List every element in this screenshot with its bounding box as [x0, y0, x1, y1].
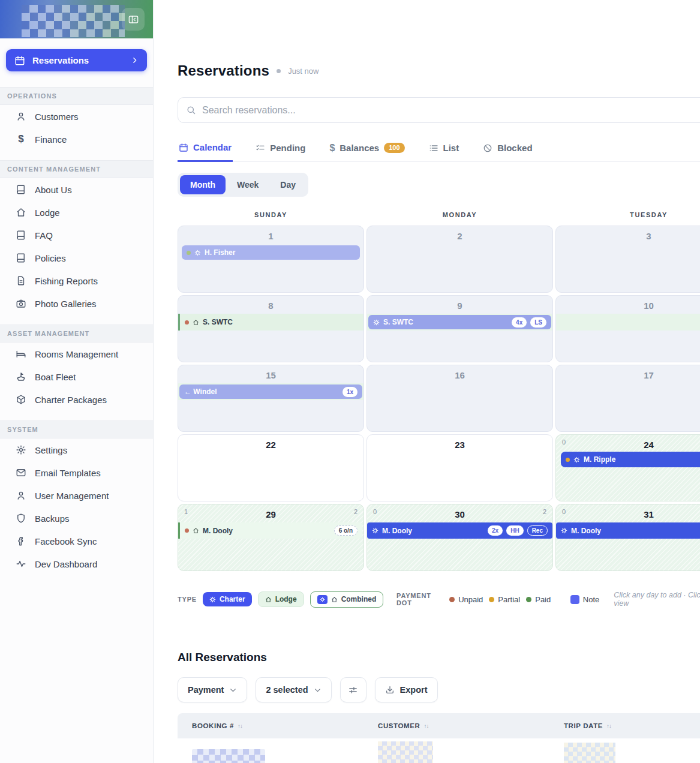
calendar-day-cell-2[interactable]: 2 [366, 226, 553, 293]
search-bar[interactable] [178, 97, 700, 123]
sidebar-item-finance[interactable]: $ Finance [0, 128, 153, 151]
legend-type-label: TYPE [178, 596, 197, 603]
calendar-day-cell-15[interactable]: 15 ← Windel 1x [178, 365, 364, 432]
sidebar-item-settings[interactable]: Settings [0, 438, 153, 461]
sidebar-item-photo-galleries[interactable]: Photo Galleries [0, 292, 153, 315]
view-month-button[interactable]: Month [180, 175, 226, 194]
calendar-day-cell-16[interactable]: 16 [366, 365, 553, 432]
tab-label: Calendar [193, 142, 232, 152]
event-label: M. Dooly [382, 527, 412, 535]
calendar-day-cell-17[interactable]: 17 [555, 365, 700, 432]
tab-list[interactable]: List [428, 139, 461, 161]
event-bar-m-dooly-lodge[interactable]: M. Dooly 6 o/n [178, 522, 362, 539]
event-bar-s-swtc-lodge[interactable]: S. SWTC [178, 314, 363, 331]
payment-dot-partial [566, 458, 570, 462]
legend-hint: Click any day to add · Click any bar to … [614, 591, 700, 608]
sidebar-item-reservations[interactable]: Reservations [6, 49, 147, 71]
calendar-day-cell-24[interactable]: 0 24 M. Ripple [555, 434, 700, 501]
sidebar-item-label: Customers [35, 112, 79, 122]
event-badge: 2x [488, 525, 503, 536]
sidebar-item-about-us[interactable]: About Us [0, 178, 153, 201]
corner-count: 2 [354, 508, 357, 515]
calendar-day-cell-23[interactable]: 23 [366, 434, 553, 501]
tab-calendar[interactable]: Calendar [178, 139, 233, 162]
dropdown-label: 2 selected [266, 685, 308, 695]
search-input[interactable] [202, 105, 700, 116]
sidebar-item-label: Facebook Sync [35, 536, 97, 546]
sidebar-section-operations: OPERATIONS [0, 87, 153, 105]
sidebar-item-lodge[interactable]: Lodge [0, 201, 153, 224]
payment-filter-dropdown[interactable]: Payment [178, 677, 247, 702]
event-bar-h-fisher[interactable]: H. Fisher [182, 245, 360, 260]
day-number: 3 [556, 226, 700, 241]
calendar-day-cell-9[interactable]: 9 S. SWTC 4x LS [366, 295, 553, 362]
legend-lodge-pill[interactable]: Lodge [258, 591, 304, 607]
calendar-day-cell-22[interactable]: 22 [178, 434, 364, 501]
sidebar-item-faq[interactable]: FAQ [0, 224, 153, 247]
calendar-day-cell-31[interactable]: 0 31 M. Dooly [555, 504, 700, 571]
sidebar-item-backups[interactable]: Backups [0, 507, 153, 530]
corner-count: 0 [562, 508, 566, 515]
event-bar-m-dooly-charter-2[interactable]: M. Dooly [556, 522, 700, 539]
sidebar-item-boat-fleet[interactable]: Boat Fleet [0, 365, 153, 388]
event-bar-windel[interactable]: ← Windel 1x [179, 384, 362, 399]
sidebar-item-user-management[interactable]: User Management [0, 484, 153, 507]
tab-balances[interactable]: $ Balances 100 [328, 139, 405, 161]
sidebar-item-customers[interactable]: Customers [0, 105, 153, 128]
table-header-row: BOOKING # ↑↓ CUSTOMER ↑↓ TRIP DATE ↑↓ [178, 713, 700, 738]
advanced-filters-button[interactable] [340, 677, 366, 702]
legend-combined-pill[interactable]: Combined [310, 591, 384, 608]
sidebar-item-email-templates[interactable]: Email Templates [0, 461, 153, 484]
tab-pending[interactable]: Pending [254, 139, 307, 161]
sort-icon[interactable]: ↑↓ [423, 723, 428, 729]
view-week-button[interactable]: Week [227, 175, 269, 194]
column-header-booking[interactable]: BOOKING # ↑↓ [178, 722, 378, 729]
helm-icon [320, 597, 325, 602]
legend-note: Note [570, 595, 599, 604]
calendar-day-cell-29[interactable]: 1 2 29 M. Dooly 6 o/n [178, 504, 364, 571]
sidebar-item-facebook-sync[interactable]: Facebook Sync [0, 530, 153, 552]
tab-label: Pending [270, 143, 305, 153]
sort-icon[interactable]: ↑↓ [606, 723, 611, 729]
columns-selected-dropdown[interactable]: 2 selected [256, 677, 331, 702]
sidebar-item-label: Email Templates [35, 468, 101, 478]
calendar-day-cell-30[interactable]: 0 2 30 M. Dooly 2x HH Rec [366, 504, 553, 571]
sidebar-item-fishing-reports[interactable]: Fishing Reports [0, 269, 153, 292]
calendar-day-cell-3[interactable]: 3 [555, 226, 700, 293]
export-button[interactable]: Export [375, 677, 438, 702]
event-label: ← Windel [184, 387, 217, 396]
sidebar-item-label: Charter Packages [35, 395, 107, 405]
calendar-day-cell-1[interactable]: 1 H. Fisher [178, 226, 364, 293]
calendar-day-cell-8[interactable]: 8 S. SWTC [178, 295, 364, 362]
dollar-icon: $ [16, 133, 26, 145]
user-icon [16, 490, 26, 501]
event-bar-m-dooly-charter[interactable]: M. Dooly 2x HH Rec [367, 522, 552, 539]
sidebar-item-policies[interactable]: Policies [0, 247, 153, 269]
sidebar-item-rooms-management[interactable]: Rooms Management [0, 343, 153, 365]
tab-label: List [443, 143, 459, 153]
corner-count: 1 [184, 508, 188, 515]
logo-image-redacted [22, 5, 125, 37]
sidebar-collapse-button[interactable] [122, 8, 145, 31]
calendar-icon [14, 55, 25, 66]
column-header-customer[interactable]: CUSTOMER ↑↓ [378, 722, 564, 729]
legend-label: Charter [220, 595, 245, 603]
payment-dot-unpaid [185, 320, 189, 325]
sidebar-item-charter-packages[interactable]: Charter Packages [0, 388, 153, 411]
calendar-day-cell-10[interactable]: 10 [555, 295, 700, 362]
camera-icon [16, 298, 26, 309]
blocked-icon [483, 143, 492, 153]
table-row[interactable] [178, 738, 700, 763]
sidebar-item-label: Reservations [32, 55, 89, 65]
sort-icon[interactable]: ↑↓ [238, 723, 242, 729]
legend-charter-pill[interactable]: Charter [203, 592, 252, 606]
event-bar-s-swtc-charter[interactable]: S. SWTC 4x LS [368, 315, 551, 329]
legend-unpaid: Unpaid [449, 595, 483, 604]
view-day-button[interactable]: Day [270, 175, 306, 194]
tab-blocked[interactable]: Blocked [482, 139, 533, 161]
sidebar-item-dev-dashboard[interactable]: Dev Dashboard [0, 552, 153, 575]
event-bar-m-ripple[interactable]: M. Ripple [561, 452, 700, 467]
house-icon [331, 596, 338, 603]
helm-icon [209, 596, 216, 603]
column-header-trip-date[interactable]: TRIP DATE ↑↓ [564, 722, 700, 729]
